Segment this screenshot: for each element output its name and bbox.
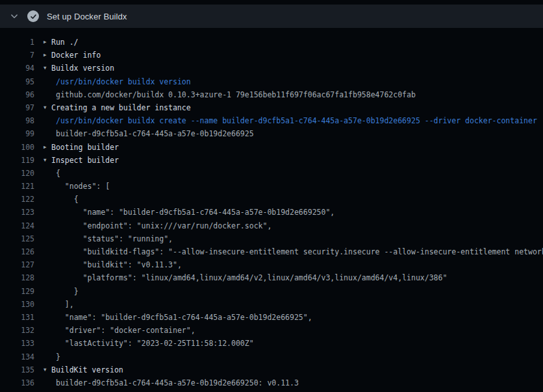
line-text: }: [51, 350, 60, 363]
group-collapsed-icon[interactable]: ▶: [44, 141, 51, 154]
arrow-spacer: [44, 75, 51, 88]
line-number[interactable]: 124: [0, 219, 34, 232]
step-title: Set up Docker Buildx: [47, 12, 127, 21]
arrow-spacer: [44, 88, 51, 101]
line-number[interactable]: 96: [0, 88, 34, 101]
log-line: 124 "endpoint": "unix:///var/run/docker.…: [0, 219, 543, 232]
line-number[interactable]: 133: [0, 337, 34, 350]
group-expanded-icon[interactable]: ▼: [44, 101, 51, 114]
line-number[interactable]: 99: [0, 127, 34, 140]
line-text: github.com/docker/buildx 0.10.3+azure-1 …: [51, 88, 416, 101]
line-text: ],: [51, 298, 74, 311]
chevron-down-icon[interactable]: [9, 11, 19, 21]
arrow-spacer: [44, 232, 51, 245]
log-group-line[interactable]: 100▶Booting builder: [0, 141, 543, 154]
arrow-spacer: [44, 127, 51, 140]
log-line: 125 "status": "running",: [0, 232, 543, 245]
line-number[interactable]: 98: [0, 114, 34, 127]
arrow-spacer: [44, 193, 51, 206]
line-number[interactable]: 125: [0, 232, 34, 245]
line-number[interactable]: 122: [0, 193, 34, 206]
line-number[interactable]: 119: [0, 154, 34, 167]
line-number[interactable]: 130: [0, 298, 34, 311]
log-group-line[interactable]: 94▼Buildx version: [0, 62, 543, 75]
line-number[interactable]: 127: [0, 258, 34, 271]
line-number[interactable]: 97: [0, 101, 34, 114]
line-number[interactable]: 7: [0, 49, 34, 62]
arrow-spacer: [44, 271, 51, 284]
line-number[interactable]: 95: [0, 75, 34, 88]
log-group-line[interactable]: 7▶Docker info: [0, 49, 543, 62]
arrow-spacer: [44, 285, 51, 298]
log-line: 123 "name": "builder-d9cfb5a1-c764-445a-…: [0, 206, 543, 219]
line-number[interactable]: 136: [0, 376, 34, 389]
group-expanded-icon[interactable]: ▼: [44, 154, 51, 167]
group-collapsed-icon[interactable]: ▶: [44, 36, 51, 49]
line-text: {: [51, 193, 79, 206]
line-text: "driver": "docker-container",: [51, 324, 196, 337]
group-expanded-icon[interactable]: ▼: [44, 363, 51, 376]
line-number[interactable]: 134: [0, 350, 34, 363]
log-line: 127 "buildkit": "v0.11.3",: [0, 258, 543, 271]
group-expanded-icon[interactable]: ▼: [44, 62, 51, 75]
line-number[interactable]: 131: [0, 311, 34, 324]
arrow-spacer: [44, 324, 51, 337]
line-number[interactable]: 100: [0, 141, 34, 154]
line-text: /usr/bin/docker buildx create --name bui…: [51, 114, 537, 127]
line-text: Inspect builder: [51, 154, 119, 167]
log-group-line[interactable]: 135▼BuildKit version: [0, 363, 543, 376]
line-number[interactable]: 132: [0, 324, 34, 337]
arrow-spacer: [44, 245, 51, 258]
line-text: "name": "builder-d9cfb5a1-c764-445a-a57e…: [51, 206, 335, 219]
log-group-line[interactable]: 97▼Creating a new builder instance: [0, 101, 543, 114]
line-text: Docker info: [51, 49, 101, 62]
log-line: 121 "nodes": [: [0, 180, 543, 193]
log-line: 96github.com/docker/buildx 0.10.3+azure-…: [0, 88, 543, 101]
log-line: 129 }: [0, 285, 543, 298]
line-text: {: [51, 167, 60, 180]
check-circle-icon: [27, 10, 39, 22]
line-text: Run ./: [51, 36, 79, 49]
log-line: 133 "lastActivity": "2023-02-25T11:58:12…: [0, 337, 543, 350]
line-text: builder-d9cfb5a1-c764-445a-a57e-0b19d2e6…: [51, 376, 299, 389]
arrow-spacer: [44, 311, 51, 324]
line-text: Buildx version: [51, 62, 114, 75]
log-viewer: 1▶Run ./7▶Docker info94▼Buildx version95…: [0, 36, 543, 389]
log-line: 128 "platforms": "linux/amd64,linux/amd6…: [0, 271, 543, 284]
line-number[interactable]: 121: [0, 180, 34, 193]
line-text: "buildkit": "v0.11.3",: [51, 258, 182, 271]
arrow-spacer: [44, 219, 51, 232]
log-line: 99builder-d9cfb5a1-c764-445a-a57e-0b19d2…: [0, 127, 543, 140]
line-text: "status": "running",: [51, 232, 173, 245]
log-line: 122 {: [0, 193, 543, 206]
log-line: 136builder-d9cfb5a1-c764-445a-a57e-0b19d…: [0, 376, 543, 389]
line-number[interactable]: 128: [0, 271, 34, 284]
arrow-spacer: [44, 206, 51, 219]
line-number[interactable]: 120: [0, 167, 34, 180]
arrow-spacer: [44, 376, 51, 389]
line-number[interactable]: 123: [0, 206, 34, 219]
line-text: Creating a new builder instance: [51, 101, 191, 114]
line-number[interactable]: 94: [0, 62, 34, 75]
line-text: BuildKit version: [51, 363, 123, 376]
log-line: 126 "buildkitd-flags": "--allow-insecure…: [0, 245, 543, 258]
log-line: 98/usr/bin/docker buildx create --name b…: [0, 114, 543, 127]
line-text: "platforms": "linux/amd64,linux/amd64/v2…: [51, 271, 447, 284]
log-line: 132 "driver": "docker-container",: [0, 324, 543, 337]
line-text: "nodes": [: [51, 180, 110, 193]
log-line: 130 ],: [0, 298, 543, 311]
group-collapsed-icon[interactable]: ▶: [44, 49, 51, 62]
step-header[interactable]: Set up Docker Buildx: [0, 5, 543, 28]
line-text: "buildkitd-flags": "--allow-insecure-ent…: [51, 245, 543, 258]
arrow-spacer: [44, 350, 51, 363]
log-group-line[interactable]: 119▼Inspect builder: [0, 154, 543, 167]
log-group-line[interactable]: 1▶Run ./: [0, 36, 543, 49]
line-number[interactable]: 1: [0, 36, 34, 49]
arrow-spacer: [44, 337, 51, 350]
line-number[interactable]: 129: [0, 285, 34, 298]
line-number[interactable]: 126: [0, 245, 34, 258]
line-text: "name": "builder-d9cfb5a1-c764-445a-a57e…: [51, 311, 312, 324]
arrow-spacer: [44, 167, 51, 180]
line-number[interactable]: 135: [0, 363, 34, 376]
log-line: 131 "name": "builder-d9cfb5a1-c764-445a-…: [0, 311, 543, 324]
